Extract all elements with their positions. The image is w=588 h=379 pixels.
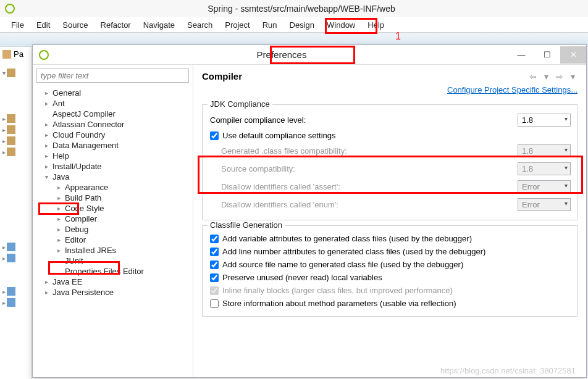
app-logo-icon	[39, 50, 49, 60]
folder-icon	[7, 69, 15, 77]
menu-search[interactable]: Search	[181, 19, 219, 31]
configure-project-link[interactable]: Configure Project Specific Settings...	[202, 85, 578, 94]
tree-java-debug[interactable]: ▸Debug	[35, 224, 190, 235]
tree-help[interactable]: ▸Help	[35, 151, 190, 161]
tree-atlassian[interactable]: ▸Atlassian Connector	[35, 119, 190, 130]
enum-label: Disallow identifiers called 'enum':	[221, 200, 518, 209]
dialog-title: Preferences	[55, 49, 508, 60]
folder-icon	[7, 136, 15, 145]
menu-run[interactable]: Run	[256, 19, 284, 31]
maximize-button[interactable]: ☐	[534, 46, 560, 64]
package-icon	[2, 50, 11, 59]
project-icon	[7, 298, 15, 307]
tree-java[interactable]: ▾Java	[35, 172, 190, 182]
cf4-checkbox[interactable]	[210, 273, 219, 282]
tree-datamgmt[interactable]: ▸Data Management	[35, 140, 190, 151]
project-icon	[7, 287, 15, 296]
cf1-checkbox[interactable]	[210, 235, 219, 243]
menu-navigate[interactable]: Navigate	[137, 19, 181, 31]
cf3-checkbox[interactable]	[210, 260, 219, 269]
tree-ant[interactable]: ▸Ant	[35, 98, 190, 109]
tree-java-appearance[interactable]: ▸Appearance	[35, 182, 190, 193]
gen-class-dropdown: 1.8	[518, 144, 571, 157]
classfile-gen-group: Classfile Generation Add variable attrib…	[202, 225, 578, 317]
jdk-compliance-group: JDK Compliance Compiler compliance level…	[202, 104, 578, 220]
compliance-level-dropdown[interactable]: 1.8	[518, 114, 571, 127]
compliance-level-label: Compiler compliance level:	[210, 115, 518, 125]
cf2-checkbox[interactable]	[210, 248, 219, 256]
enum-dropdown: Error	[518, 198, 571, 211]
annotation-number: 1	[395, 31, 401, 42]
menu-edit[interactable]: Edit	[30, 19, 56, 31]
source-compat-dropdown: 1.8	[518, 162, 571, 175]
menubar: File Edit Source Refactor Navigate Searc…	[0, 17, 588, 32]
preferences-tree[interactable]: ▸General ▸Ant AspectJ Compiler ▸Atlassia…	[33, 86, 193, 377]
tree-javapersistence[interactable]: ▸Java Persistence	[35, 287, 190, 298]
gen-class-label: Generated .class files compatibility:	[221, 146, 518, 156]
menu-design[interactable]: Design	[284, 19, 321, 31]
cf6-checkbox[interactable]	[210, 299, 219, 308]
menu-source[interactable]: Source	[56, 19, 94, 31]
side-panel: Pa ▾ ▸ ▸ ▸ ▸ ▸ ▸ ▸ ▸	[0, 47, 32, 379]
menu-window[interactable]: Window	[321, 19, 361, 31]
project-icon	[7, 254, 15, 262]
tree-general[interactable]: ▸General	[35, 88, 190, 98]
tree-cloudfoundry[interactable]: ▸Cloud Foundry	[35, 130, 190, 140]
close-button[interactable]: ✕	[560, 46, 586, 64]
tree-javaee[interactable]: ▸Java EE	[35, 277, 190, 287]
page-heading: Compiler	[202, 71, 242, 81]
tree-java-compiler[interactable]: ▸Compiler	[35, 214, 190, 224]
window-title: Spring - ssmtest/src/main/webapp/WEB-INF…	[20, 4, 583, 14]
watermark: https://blog.csdn.net/csinat_38072581	[440, 366, 576, 375]
folder-icon	[7, 125, 15, 134]
source-compat-label: Source compatibility:	[221, 164, 518, 173]
tree-install[interactable]: ▸Install/Update	[35, 161, 190, 172]
app-logo-icon	[5, 4, 15, 14]
tree-java-propfiles[interactable]: Properties Files Editor	[35, 266, 190, 277]
tree-java-jres[interactable]: ▸Installed JREs	[35, 245, 190, 256]
assert-label: Disallow identifiers called 'assert':	[221, 182, 518, 191]
tree-aspectj[interactable]: AspectJ Compiler	[35, 109, 190, 119]
use-default-checkbox[interactable]	[210, 131, 219, 140]
minimize-button[interactable]: —	[508, 46, 534, 64]
filter-input[interactable]: type filter text	[36, 69, 189, 83]
folder-icon	[7, 114, 15, 123]
cf5-checkbox	[210, 286, 219, 295]
tree-java-codestyle[interactable]: ▸Code Style	[35, 203, 190, 214]
preferences-dialog: Preferences — ☐ ✕ type filter text ▸Gene…	[32, 44, 587, 378]
folder-icon	[7, 148, 15, 156]
tree-java-junit[interactable]: JUnit	[35, 256, 190, 266]
tree-java-buildpath[interactable]: ▸Build Path	[35, 193, 190, 203]
nav-arrows[interactable]: ⇦ ▾ ⇨ ▾	[529, 72, 578, 81]
tree-java-editor[interactable]: ▸Editor	[35, 235, 190, 245]
menu-refactor[interactable]: Refactor	[94, 19, 137, 31]
menu-file[interactable]: File	[5, 19, 30, 31]
menu-help[interactable]: Help	[361, 19, 390, 31]
menu-project[interactable]: Project	[219, 19, 256, 31]
assert-dropdown: Error	[518, 180, 571, 193]
main-titlebar: Spring - ssmtest/src/main/webapp/WEB-INF…	[0, 0, 588, 17]
package-explorer-tab[interactable]: Pa	[0, 47, 32, 61]
project-icon	[7, 243, 15, 251]
